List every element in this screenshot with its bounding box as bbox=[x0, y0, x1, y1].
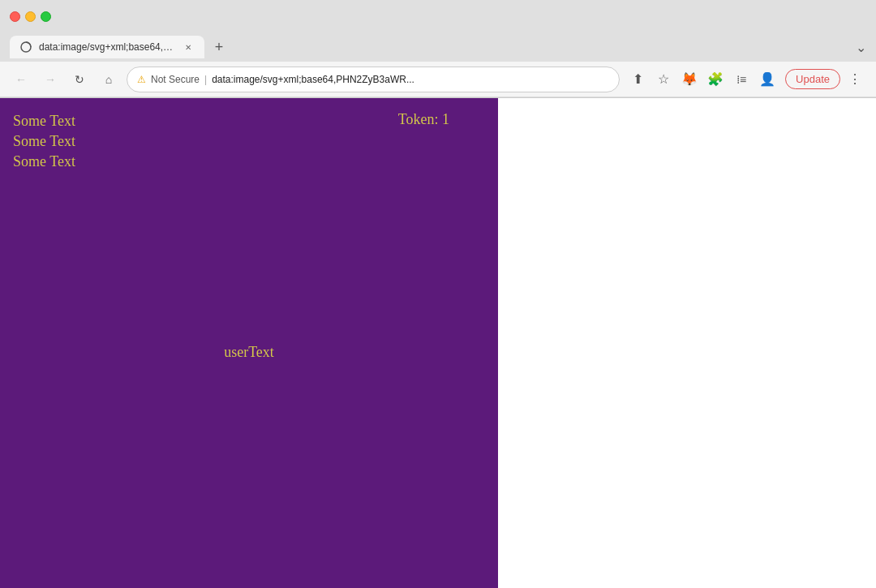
share-button[interactable]: ⬆ bbox=[626, 68, 649, 91]
tab-title: data:image/svg+xml;base64,P... bbox=[39, 41, 175, 53]
tab-favicon bbox=[19, 41, 32, 54]
address-bar[interactable]: ⚠ Not Secure | data:image/svg+xml;base64… bbox=[127, 67, 620, 92]
new-tab-button[interactable]: + bbox=[208, 36, 230, 58]
reload-button[interactable]: ↻ bbox=[68, 68, 91, 91]
extensions-button[interactable]: 🧩 bbox=[704, 68, 727, 91]
forward-button[interactable]: → bbox=[39, 68, 62, 91]
tab-bar: data:image/svg+xml;base64,P... ✕ + ⌄ bbox=[0, 32, 876, 62]
update-button[interactable]: Update bbox=[785, 69, 840, 89]
page-content: Some Text Some Text Some Text Token: 1 u… bbox=[0, 98, 876, 588]
security-warning-icon: ⚠ bbox=[137, 74, 146, 85]
text-line-1: Some Text bbox=[13, 111, 75, 131]
white-panel bbox=[498, 98, 876, 588]
user-text-center: userText bbox=[224, 343, 274, 360]
tab-right-controls: ⌄ bbox=[856, 40, 866, 55]
nav-actions: ⬆ ☆ 🦊 🧩 ⁞≡ 👤 Update ⋮ bbox=[626, 68, 866, 91]
tab-expand-icon[interactable]: ⌄ bbox=[856, 40, 866, 55]
fox-icon[interactable]: 🦊 bbox=[678, 68, 701, 91]
title-bar bbox=[0, 0, 876, 32]
user-text: userText bbox=[224, 343, 274, 359]
profile-button[interactable]: 👤 bbox=[756, 68, 779, 91]
more-options-button[interactable]: ⋮ bbox=[844, 68, 866, 91]
top-left-texts: Some Text Some Text Some Text bbox=[13, 111, 75, 173]
home-button[interactable]: ⌂ bbox=[97, 68, 120, 91]
nav-bar: ← → ↻ ⌂ ⚠ Not Secure | data:image/svg+xm… bbox=[0, 62, 876, 97]
svg-panel: Some Text Some Text Some Text Token: 1 u… bbox=[0, 98, 498, 588]
bookmark-button[interactable]: ☆ bbox=[652, 68, 675, 91]
address-separator: | bbox=[204, 74, 207, 85]
text-line-2: Some Text bbox=[13, 131, 75, 152]
maximize-button[interactable] bbox=[41, 11, 51, 22]
browser-chrome: data:image/svg+xml;base64,P... ✕ + ⌄ ← →… bbox=[0, 0, 876, 98]
minimize-button[interactable] bbox=[25, 11, 36, 22]
traffic-lights bbox=[10, 11, 51, 22]
close-button[interactable] bbox=[10, 11, 20, 22]
tab-close-button[interactable]: ✕ bbox=[182, 41, 195, 54]
active-tab[interactable]: data:image/svg+xml;base64,P... ✕ bbox=[10, 36, 204, 58]
back-button[interactable]: ← bbox=[10, 68, 32, 91]
token-label: Token: 1 bbox=[398, 111, 449, 128]
media-controls-button[interactable]: ⁞≡ bbox=[730, 68, 753, 91]
not-secure-label: Not Secure bbox=[151, 74, 200, 85]
text-line-3: Some Text bbox=[13, 152, 75, 172]
url-text: data:image/svg+xml;base64,PHN2ZyB3aWR... bbox=[212, 74, 414, 85]
